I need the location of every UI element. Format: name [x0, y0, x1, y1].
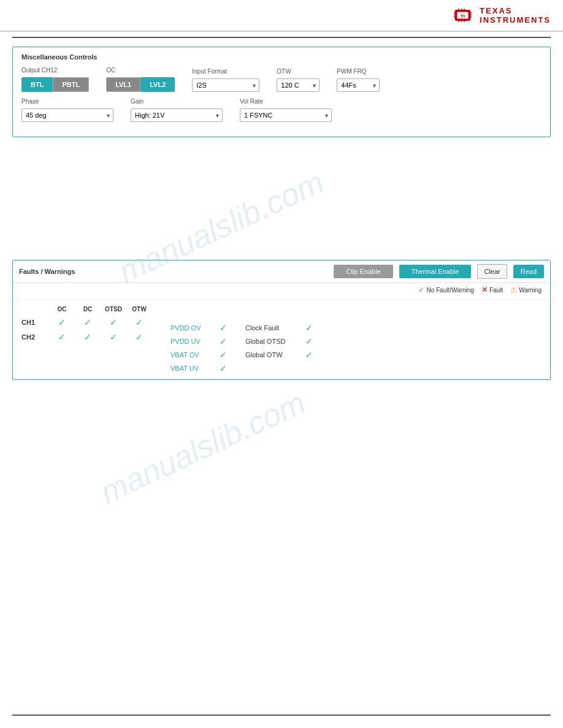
oc-group: OC LVL1 LVL2 [106, 67, 175, 92]
otw-select[interactable]: 120 C 125 C 130 C 140 C [277, 78, 320, 92]
legend-warning-label: Warning [519, 287, 542, 294]
lvl2-button[interactable]: LVL2 [140, 77, 175, 92]
pvdd-ov-row: PVDD OV ✓ [170, 323, 227, 333]
input-format-label: Input Format [192, 68, 259, 75]
svg-rect-5 [454, 17, 456, 18]
pwm-frq-label: PWM FRQ [337, 68, 380, 75]
input-format-dropdown-wrapper: I2S TDM Left Justified [192, 78, 259, 92]
misc-panel-title: Miscellaneous Controls [21, 53, 542, 61]
col-header-oc: OC [49, 306, 75, 313]
svg-rect-10 [461, 9, 462, 10]
ch2-otw-check: ✓ [126, 332, 152, 342]
global-otw-label: Global OTW [245, 351, 301, 358]
legend-check-icon: ✓ [418, 286, 424, 294]
global-otsd-row: Global OTSD ✓ [245, 336, 313, 346]
gain-group: Gain High: 21V Low: 7V [131, 98, 223, 122]
otw-group: OTW 120 C 125 C 130 C 140 C [277, 68, 320, 92]
faults-warnings-panel: Faults / Warnings Clip Enable Thermal En… [12, 260, 551, 380]
ch1-otsd-check: ✓ [101, 317, 126, 327]
vbat-ov-check: ✓ [220, 350, 227, 360]
pbtl-button[interactable]: PBTL [53, 77, 89, 92]
btl-button[interactable]: BTL [21, 77, 53, 92]
svg-rect-12 [458, 20, 459, 22]
legend-x-icon: ✕ [481, 286, 488, 294]
oc-toggle-group: LVL1 LVL2 [106, 77, 175, 92]
legend-no-fault-label: No Fault/Warning [426, 287, 473, 294]
vbat-ov-label: VBAT OV [170, 351, 213, 358]
svg-rect-7 [470, 14, 472, 15]
clock-fault-row: Clock Fault ✓ [245, 323, 313, 333]
svg-rect-11 [464, 9, 465, 10]
otw-label: OTW [277, 68, 320, 75]
svg-rect-3 [454, 12, 456, 13]
legend-fault: ✕ Fault [481, 286, 503, 294]
watermark-2: manualslib.com [94, 384, 311, 510]
legend-warn-icon: ⚠ [510, 286, 517, 294]
svg-rect-6 [470, 12, 472, 13]
footer-separator [12, 715, 551, 716]
ti-logo: TI Texas Instruments [454, 6, 551, 25]
top-separator [12, 37, 551, 38]
gain-label: Gain [131, 98, 223, 105]
input-format-group: Input Format I2S TDM Left Justified [192, 68, 259, 92]
legend-fault-label: Fault [489, 287, 503, 294]
pvdd-uv-check: ✓ [220, 336, 227, 346]
vbat-uv-check: ✓ [220, 363, 227, 373]
gain-select[interactable]: High: 21V Low: 7V [131, 108, 223, 122]
pwm-frq-group: PWM FRQ 44Fs 88Fs 176Fs 384Fs [337, 68, 380, 92]
vol-rate-label: Vol Rate [240, 98, 332, 105]
legend: ✓ No Fault/Warning ✕ Fault ⚠ Warning [418, 286, 542, 294]
svg-rect-9 [458, 9, 459, 10]
ch2-dc-check: ✓ [75, 332, 101, 342]
clock-fault-check: ✓ [305, 323, 313, 333]
table-row: CH1 ✓ ✓ ✓ ✓ [21, 317, 152, 327]
output-toggle-group: BTL PBTL [21, 77, 89, 92]
misc-controls-row-2: Phase 45 deg 90 deg 135 deg 180 deg Gain… [21, 98, 542, 122]
vol-rate-dropdown-wrapper: 1 FSYNC 2 FSYNC 4 FSYNC [240, 108, 332, 122]
svg-rect-8 [470, 17, 472, 18]
input-format-select[interactable]: I2S TDM Left Justified [192, 78, 259, 92]
svg-rect-4 [454, 14, 456, 15]
faults-panel-header: Faults / Warnings Clip Enable Thermal En… [13, 260, 550, 283]
legend-warning: ⚠ Warning [510, 286, 542, 294]
svg-rect-14 [464, 20, 465, 22]
pwm-frq-select[interactable]: 44Fs 88Fs 176Fs 384Fs [337, 78, 380, 92]
ch1-otw-check: ✓ [126, 317, 152, 327]
thermal-enable-button[interactable]: Thermal Enable [399, 265, 472, 278]
phase-select[interactable]: 45 deg 90 deg 135 deg 180 deg [21, 108, 113, 122]
global-otw-row: Global OTW ✓ [245, 350, 313, 360]
clip-enable-button[interactable]: Clip Enable [334, 265, 393, 278]
faults-panel-title: Faults / Warnings [19, 268, 327, 275]
misc-controls-panel: Miscellaneous Controls Output CH12 BTL P… [12, 47, 551, 137]
ti-logo-icon: TI [454, 6, 476, 25]
vol-rate-group: Vol Rate 1 FSYNC 2 FSYNC 4 FSYNC [240, 98, 332, 122]
phase-group: Phase 45 deg 90 deg 135 deg 180 deg [21, 98, 113, 122]
read-button[interactable]: Read [513, 265, 544, 278]
ch1-oc-check: ✓ [49, 317, 75, 327]
pvdd-uv-label: PVDD UV [170, 338, 213, 345]
faults-body: OC DC OTSD OTW CH1 ✓ ✓ ✓ ✓ CH2 ✓ ✓ ✓ ✓ [13, 300, 550, 379]
ch1-label: CH1 [21, 319, 49, 326]
col-header-otw: OTW [126, 306, 152, 313]
phase-dropdown-wrapper: 45 deg 90 deg 135 deg 180 deg [21, 108, 113, 122]
global-faults-section: Clock Fault ✓ Global OTSD ✓ Global OTW ✓ [245, 323, 313, 373]
vbat-uv-label: VBAT UV [170, 365, 213, 372]
clear-button[interactable]: Clear [477, 264, 507, 279]
output-ch12-group: Output CH12 BTL PBTL [21, 67, 89, 92]
ch2-oc-check: ✓ [49, 332, 75, 342]
vbat-ov-row: VBAT OV ✓ [170, 350, 227, 360]
otw-dropdown-wrapper: 120 C 125 C 130 C 140 C [277, 78, 320, 92]
ti-logo-text: Texas Instruments [480, 6, 551, 25]
pvdd-ov-check: ✓ [220, 323, 227, 333]
lvl1-button[interactable]: LVL1 [106, 77, 140, 92]
output-ch12-label: Output CH12 [21, 67, 89, 74]
channel-fault-table: OC DC OTSD OTW CH1 ✓ ✓ ✓ ✓ CH2 ✓ ✓ ✓ ✓ [21, 306, 152, 373]
clock-fault-label: Clock Fault [245, 324, 301, 332]
pvdd-ov-label: PVDD OV [170, 324, 213, 332]
ch2-otsd-check: ✓ [101, 332, 126, 342]
vol-rate-select[interactable]: 1 FSYNC 2 FSYNC 4 FSYNC [240, 108, 332, 122]
pwm-frq-dropdown-wrapper: 44Fs 88Fs 176Fs 384Fs [337, 78, 380, 92]
svg-rect-13 [461, 20, 462, 22]
page-header: TI Texas Instruments [0, 0, 563, 32]
svg-text:TI: TI [461, 13, 465, 19]
